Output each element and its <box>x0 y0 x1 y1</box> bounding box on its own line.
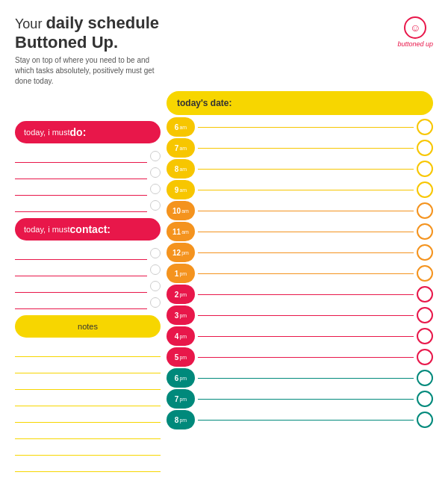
page: Your daily schedule Buttoned Up. Stay on… <box>0 0 448 484</box>
notes-input-5[interactable] <box>15 409 161 423</box>
schedule-line <box>198 232 414 232</box>
schedule-line <box>198 357 414 358</box>
schedule-end-circle[interactable] <box>417 265 433 282</box>
notes-input-9[interactable] <box>15 475 161 484</box>
notes-line-row <box>15 424 161 441</box>
time-bubble: 8pm <box>167 410 195 429</box>
schedule-line <box>198 294 414 295</box>
notes-input-7[interactable] <box>15 442 161 456</box>
schedule-row: 11am <box>167 221 433 242</box>
do-label-bold: do: <box>70 126 87 138</box>
schedule-line <box>198 399 414 400</box>
schedule-end-circle[interactable] <box>417 370 433 386</box>
schedule-end-circle[interactable] <box>417 391 433 407</box>
contact-line-row <box>15 294 161 311</box>
notes-input-3[interactable] <box>15 376 161 390</box>
schedule-row: 8am <box>167 158 433 179</box>
contact-checkbox-4[interactable] <box>150 297 161 308</box>
do-checkbox-1[interactable] <box>150 151 161 161</box>
schedule-end-circle[interactable] <box>417 349 433 365</box>
schedule-rows: 6am 7am 8am 9am 10am <box>167 117 433 430</box>
schedule-end-circle[interactable] <box>417 328 433 344</box>
schedule-line <box>198 127 414 128</box>
schedule-row: 4pm <box>167 326 433 347</box>
schedule-line <box>198 315 414 316</box>
do-input-4[interactable] <box>15 199 147 212</box>
time-bubble: 12pm <box>167 243 195 262</box>
contact-input-1[interactable] <box>15 246 147 260</box>
time-bubble: 10am <box>167 201 195 220</box>
schedule-row: 10am <box>167 200 433 221</box>
notes-input-2[interactable] <box>15 360 161 373</box>
notes-section-label: notes <box>15 315 161 338</box>
contact-input-3[interactable] <box>15 279 147 293</box>
schedule-line <box>198 336 414 337</box>
notes-input-1[interactable] <box>15 344 161 357</box>
contact-input-4[interactable] <box>15 296 147 309</box>
left-spacer <box>15 91 161 115</box>
contact-section-label: today, i must contact: <box>15 218 161 241</box>
time-bubble: 6am <box>167 117 195 137</box>
schedule-end-circle[interactable] <box>417 307 433 323</box>
contact-checkbox-1[interactable] <box>150 248 161 258</box>
do-line-row <box>15 164 161 181</box>
contact-checkbox-2[interactable] <box>150 264 161 275</box>
schedule-line <box>198 378 414 379</box>
contact-line-row <box>15 261 161 278</box>
schedule-row: 7am <box>167 137 433 158</box>
schedule-line <box>198 169 414 170</box>
main-area: today, i must do: today, i must contact: <box>15 91 433 484</box>
notes-input-6[interactable] <box>15 426 161 439</box>
header: Your daily schedule Buttoned Up. Stay on… <box>15 13 433 87</box>
do-input-3[interactable] <box>15 182 147 196</box>
notes-line-row <box>15 441 161 457</box>
contact-label-bold: contact: <box>70 223 111 235</box>
notes-line-row <box>15 342 161 359</box>
schedule-end-circle[interactable] <box>417 244 433 261</box>
notes-label: notes <box>78 322 98 331</box>
schedule-end-circle[interactable] <box>417 223 433 240</box>
subtitle: Stay on top of where you need to be and … <box>15 55 164 87</box>
notes-line-row <box>15 408 161 424</box>
schedule-end-circle[interactable] <box>417 119 433 135</box>
time-bubble: 6pm <box>167 368 195 388</box>
do-section-label: today, i must do: <box>15 121 161 143</box>
schedule-end-circle[interactable] <box>417 140 433 156</box>
do-line-row <box>15 197 161 214</box>
notes-input-4[interactable] <box>15 393 161 406</box>
notes-input-8[interactable] <box>15 459 161 472</box>
title-your: Your <box>15 16 46 31</box>
schedule-end-circle[interactable] <box>417 286 433 302</box>
do-input-1[interactable] <box>15 149 147 163</box>
today-date-label: today's date: <box>177 98 232 108</box>
contact-input-lines <box>15 245 161 311</box>
schedule-row: 6am <box>167 117 433 137</box>
schedule-end-circle[interactable] <box>417 182 433 198</box>
schedule-line <box>198 273 414 274</box>
contact-input-2[interactable] <box>15 263 147 276</box>
contact-line-row <box>15 278 161 294</box>
schedule-line <box>198 211 414 211</box>
today-date-bar: today's date: <box>167 91 433 115</box>
do-line-row <box>15 148 161 164</box>
title-bold: daily schedule <box>46 13 159 32</box>
do-checkbox-3[interactable] <box>150 184 161 194</box>
time-bubble: 7am <box>167 138 195 158</box>
schedule-line <box>198 420 414 421</box>
contact-line-row <box>15 245 161 261</box>
schedule-line <box>198 148 414 149</box>
do-checkbox-2[interactable] <box>150 167 161 178</box>
schedule-end-circle[interactable] <box>417 202 433 219</box>
time-bubble: 7pm <box>167 389 195 409</box>
contact-label-regular: today, i must <box>24 225 70 234</box>
schedule-end-circle[interactable] <box>417 161 433 177</box>
logo-block: ☺ buttoned up <box>397 16 433 48</box>
schedule-row: 2pm <box>167 284 433 305</box>
notes-line-row <box>15 474 161 484</box>
do-input-2[interactable] <box>15 166 147 179</box>
contact-checkbox-3[interactable] <box>150 281 161 291</box>
schedule-end-circle[interactable] <box>417 412 433 428</box>
schedule-row: 12pm <box>167 242 433 263</box>
do-checkbox-4[interactable] <box>150 200 161 211</box>
notes-line-row <box>15 457 161 474</box>
